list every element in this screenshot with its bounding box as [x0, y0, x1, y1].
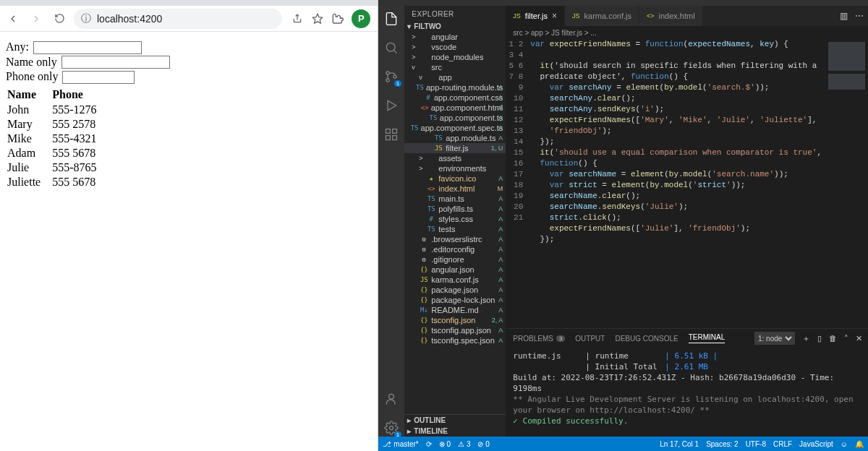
errors-status[interactable]: ⊗ 0: [439, 440, 451, 448]
tree-item-app[interactable]: vapp: [404, 72, 506, 82]
table-row: John555-1276: [6, 103, 107, 117]
status-bar: ⎇ master* ⟳ ⊗ 0 ⚠ 3 ⊘ 0 Ln 17, Col 1 Spa…: [378, 437, 868, 451]
output-tab[interactable]: OUTPUT: [575, 335, 605, 343]
terminal-output[interactable]: runtime.js| runtime| 6.51 kB || Initial …: [506, 348, 868, 437]
minimap[interactable]: [825, 39, 868, 328]
account-icon[interactable]: [383, 390, 400, 408]
tree-item--gitignore[interactable]: ⚙.gitignoreA: [404, 254, 506, 265]
outline-section[interactable]: ▸OUTLINE: [404, 415, 506, 426]
kill-terminal-icon[interactable]: 🗑: [829, 334, 837, 343]
branch-status[interactable]: ⎇ master*: [383, 440, 418, 448]
tree-item-tsconfig-json[interactable]: {}tsconfig.json2, A: [404, 315, 506, 325]
tree-item-angular-json[interactable]: {}angular.jsonA: [404, 265, 506, 275]
tree-item-assets[interactable]: >assets: [404, 153, 506, 163]
sync-status[interactable]: ⟳: [426, 440, 432, 448]
more-actions-icon[interactable]: ⋯: [855, 11, 864, 21]
any-filter-label: Any:: [6, 40, 29, 53]
debug-icon[interactable]: [383, 97, 400, 114]
encoding-status[interactable]: UTF-8: [746, 440, 766, 448]
tree-item-vscode[interactable]: >vscode: [404, 42, 506, 52]
share-icon[interactable]: [291, 12, 304, 25]
tree-item-app-component-ts[interactable]: TSapp.component.tsA: [404, 113, 506, 123]
timeline-section[interactable]: ▸TIMELINE: [404, 426, 506, 437]
workspace-header[interactable]: ▾FILTWO: [404, 21, 506, 32]
terminal-tab[interactable]: TERMINAL: [689, 333, 726, 343]
browser-tab-strip: [0, 0, 378, 6]
svg-rect-10: [386, 136, 391, 140]
warnings-status[interactable]: ⚠ 3: [458, 440, 470, 448]
any-filter-input[interactable]: [33, 41, 142, 54]
feedback-icon[interactable]: ☺: [841, 440, 848, 448]
tree-item-node-modules[interactable]: >node_modules: [404, 52, 506, 62]
tree-item-app-component-spec-ts[interactable]: TSapp.component.spec.tsA: [404, 123, 506, 133]
site-info-icon[interactable]: ⓘ: [81, 12, 91, 25]
ports-status[interactable]: ⊘ 0: [477, 440, 489, 448]
bookmark-star-icon[interactable]: [311, 12, 324, 25]
tree-item-tests[interactable]: TStestsA: [404, 224, 506, 234]
search-icon[interactable]: [383, 39, 400, 56]
tree-item-favicon-ico[interactable]: ★favicon.icoA: [404, 173, 506, 184]
extensions-icon[interactable]: [331, 12, 344, 25]
problems-tab[interactable]: PROBLEMS3: [513, 335, 565, 343]
bell-icon[interactable]: 🔔: [855, 440, 864, 448]
split-terminal-icon[interactable]: ▯: [817, 334, 822, 343]
name-filter-input[interactable]: [61, 56, 170, 69]
address-bar[interactable]: ⓘ localhost:4200: [74, 9, 282, 29]
svg-rect-9: [393, 129, 397, 134]
reload-button[interactable]: [51, 10, 68, 27]
name-filter-label: Name only: [6, 56, 57, 68]
svg-point-13: [390, 426, 393, 430]
editor-tab-index-html[interactable]: <>index.html: [639, 6, 703, 26]
tree-item-karma-conf-js[interactable]: JSkarma.conf.jsA: [404, 275, 506, 285]
forward-button[interactable]: [27, 10, 45, 27]
table-row: Julie555-8765: [6, 160, 107, 175]
extensions-ab-icon[interactable]: [383, 126, 400, 143]
tree-item-polyfills-ts[interactable]: TSpolyfills.tsA: [404, 204, 506, 214]
svg-marker-7: [388, 100, 396, 110]
indent-status[interactable]: Spaces: 2: [706, 440, 738, 448]
tree-item-package-json[interactable]: {}package.jsonA: [404, 285, 506, 295]
explorer-icon[interactable]: [383, 10, 400, 27]
close-panel-icon[interactable]: ✕: [856, 334, 862, 343]
source-control-icon[interactable]: 1: [383, 68, 400, 85]
vscode-window: 1 1 Explorer ▾FILTWO >angular>vscode>nod…: [378, 0, 868, 451]
svg-point-12: [389, 394, 394, 399]
tree-item-app-component-html[interactable]: <>app.component.htmlA: [404, 103, 506, 113]
tree-item-src[interactable]: vsrc: [404, 62, 506, 72]
tree-item-environments[interactable]: >environments: [404, 163, 506, 173]
phone-filter-input[interactable]: [62, 71, 135, 84]
breadcrumb[interactable]: src > app > JS filter.js > ...: [506, 26, 868, 39]
split-editor-icon[interactable]: ▥: [840, 11, 848, 21]
tree-item-package-lock-json[interactable]: {}package-lock.jsonA: [404, 295, 506, 305]
page-content: Any: Name only Phone only Name Phone Joh…: [0, 32, 378, 451]
tree-item-tsconfig-spec-json[interactable]: {}tsconfig.spec.jsonA: [404, 335, 506, 345]
tree-item-styles-css[interactable]: #styles.cssA: [404, 214, 506, 224]
debug-console-tab[interactable]: DEBUG CONSOLE: [615, 335, 678, 343]
profile-avatar[interactable]: P: [352, 9, 370, 28]
editor-tab-karma-conf-js[interactable]: JSkarma.conf.js: [565, 6, 639, 26]
tree-item-tsconfig-app-json[interactable]: {}tsconfig.app.jsonA: [404, 325, 506, 335]
code-editor[interactable]: 1 2 3 4 5 6 7 8 9 10 11 12 13 14 15 16 1…: [506, 39, 825, 328]
cursor-pos[interactable]: Ln 17, Col 1: [660, 440, 699, 448]
eol-status[interactable]: CRLF: [773, 440, 792, 448]
tree-item-app-module-ts[interactable]: TSapp.module.tsA: [404, 133, 506, 143]
tree-item-angular[interactable]: >angular: [404, 32, 506, 42]
lang-status[interactable]: JavaScript: [799, 440, 833, 448]
browser-toolbar: ⓘ localhost:4200 P: [0, 6, 378, 32]
tree-item-readme-md[interactable]: M↓README.mdA: [404, 305, 506, 315]
new-terminal-icon[interactable]: ＋: [802, 333, 810, 344]
tree-item-app-component-css[interactable]: #app.component.cssA: [404, 93, 506, 103]
maximize-panel-icon[interactable]: ˄: [844, 334, 848, 343]
tree-item-index-html[interactable]: <>index.htmlM: [404, 184, 506, 194]
tree-item-app-routing-module-ts[interactable]: TSapp-routing.module.tsA: [404, 82, 506, 93]
phone-filter-label: Phone only: [6, 70, 58, 82]
terminal-select[interactable]: 1: node: [754, 332, 795, 345]
close-tab-icon[interactable]: ×: [552, 11, 557, 21]
tree-item-filter-js[interactable]: JSfilter.js1, U: [404, 143, 506, 153]
settings-gear-icon[interactable]: 1: [383, 419, 400, 437]
tree-item--editorconfig[interactable]: ⚙.editorconfigA: [404, 244, 506, 254]
tree-item--browserslistrc[interactable]: ⚙.browserslistrcA: [404, 234, 506, 244]
back-button[interactable]: [4, 10, 22, 27]
editor-tab-filter-js[interactable]: JSfilter.js×: [506, 6, 565, 26]
tree-item-main-ts[interactable]: TSmain.tsA: [404, 194, 506, 204]
